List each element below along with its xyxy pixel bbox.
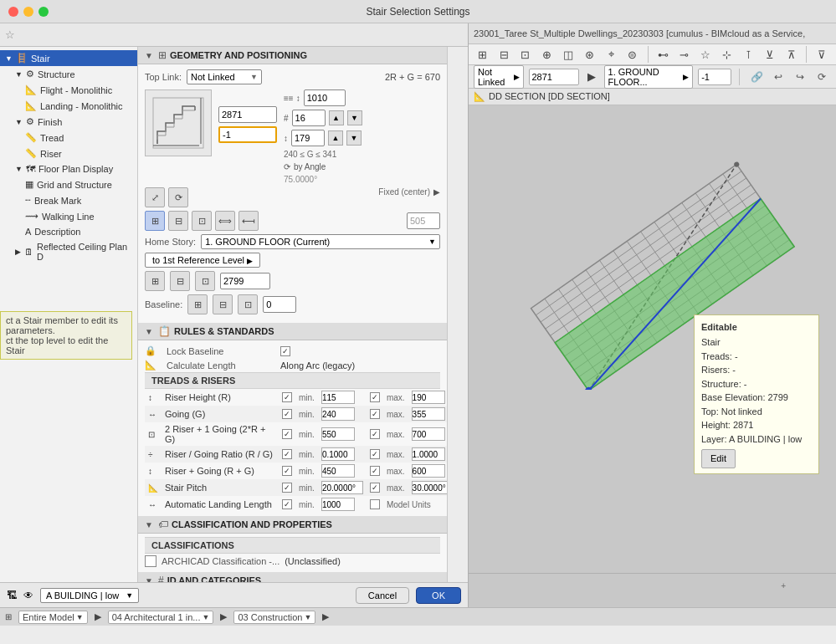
tree-item-grid[interactable]: ▦ Grid and Structure [0,176,137,192]
landing-max-cb[interactable] [370,499,380,509]
vp-tool-1[interactable]: ⊞ [474,45,492,64]
maximize-button[interactable] [38,7,49,17]
going-max-input[interactable] [412,407,445,421]
tree-item-tread[interactable]: 📏 Tread [0,130,137,146]
edit-button[interactable]: Edit [701,449,736,468]
rg-min-input[interactable] [321,464,355,478]
viewport-canvas[interactable]: Editable Stair Treads: - Risers: - Struc… [469,105,836,607]
ref-level-button[interactable]: to 1st Reference Level ▶ [145,253,260,268]
tree-item-reflected[interactable]: ▶ 🗓 Reflected Ceiling Plan D [0,239,137,264]
vp-tool-12[interactable]: ⊹ [718,45,736,64]
geometry-collapse-icon[interactable]: ▼ [143,49,155,61]
ref-icon-2[interactable]: ⊟ [170,271,190,291]
riser-up-btn[interactable]: ▲ [329,110,344,125]
tree-item-break-mark[interactable]: ╌ Break Mark [0,192,137,208]
rg-max-input[interactable] [412,464,445,478]
riser-h-max-cb[interactable] [370,392,380,402]
tree-item-riser[interactable]: 📏 Riser [0,146,137,161]
rt-icon-2[interactable]: ↩ [769,68,787,86]
construction-dropdown[interactable]: 03 Construction ▼ [233,611,315,624]
minimize-button[interactable] [23,7,33,17]
rt-icon-3[interactable]: ↪ [791,68,809,86]
pitch-min-input[interactable] [321,481,363,494]
close-button[interactable] [8,7,18,17]
vp-tool-10[interactable]: ⊸ [675,45,694,64]
going-max-cb[interactable] [370,409,380,419]
tree-item-landing[interactable]: 📐 Landing - Monolithic [0,98,137,114]
home-story-select[interactable]: 1. GROUND FLOOR (Current) ▼ [201,234,440,249]
ref-icon-1[interactable]: ⊞ [145,271,165,291]
riser-h-up-btn[interactable]: ▲ [328,130,343,146]
vp-tool-5[interactable]: ◫ [559,45,577,64]
ok-button[interactable]: OK [416,587,461,604]
rules-section-header[interactable]: ▼ 📋 RULES & STANDARDS [138,323,447,340]
tree-item-finish[interactable]: ▼ ⚙ Finish [0,114,137,130]
geometry-section-header[interactable]: ▼ ⊞ GEOMETRY AND POSITIONING [138,47,447,64]
riser-num-input[interactable]: 16 [292,110,326,126]
baseline-icon-1[interactable]: ⊞ [187,294,208,314]
not-linked-dropdown[interactable]: Not Linked ▶ [474,65,524,89]
vp-tool-9[interactable]: ⊷ [654,45,672,64]
vp-tool-7[interactable]: ⌖ [602,45,620,64]
vp-tool-11[interactable]: ☆ [697,45,715,64]
pitch-min-cb[interactable] [282,483,292,493]
view-icon-4[interactable]: ⟺ [215,211,235,231]
tree-item-flight[interactable]: 📐 Flight - Monolithic [0,82,137,98]
vp-tool-2[interactable]: ⊟ [495,45,514,64]
riser-h-min-cb[interactable] [282,392,292,402]
minus1-input[interactable]: -1 [218,126,277,143]
pitch-max-input[interactable] [412,481,448,494]
window-controls[interactable] [8,7,49,17]
riser-height-input[interactable]: 179 [291,130,325,146]
baseline-input[interactable]: 0 [263,296,296,313]
height-input[interactable]: 2871 [218,106,277,123]
toolbar-value2-input[interactable]: -1 [698,69,731,85]
riser-h-min-input[interactable] [321,391,355,404]
rules-collapse-icon[interactable]: ▼ [143,325,155,337]
going-min-cb[interactable] [282,409,292,419]
baseline-icon-2[interactable]: ⊟ [213,294,233,314]
2r1g-max-cb[interactable] [370,429,380,439]
rg-min-cb[interactable] [282,466,292,476]
classification-section-header[interactable]: ▼ 🏷 CLASSIFICATION AND PROPERTIES [138,516,447,534]
ratio-min-input[interactable] [321,447,355,461]
vp-tool-4[interactable]: ⊕ [538,45,556,64]
view-icon-1[interactable]: ⊞ [145,211,165,231]
vp-input-arrow[interactable]: ▶ [584,68,599,86]
id-collapse-icon[interactable]: ▼ [143,575,155,582]
vp-tool-16[interactable]: ⊽ [813,45,831,64]
tree-item-walking-line[interactable]: ⟿ Walking Line [0,208,137,224]
landing-min-input[interactable] [321,498,355,511]
arch-scale-dropdown[interactable]: 04 Architectural 1 in... ▼ [108,611,214,624]
entire-model-dropdown[interactable]: Entire Model ▼ [18,611,88,624]
ratio-max-input[interactable] [412,447,445,461]
vp-tool-13[interactable]: ⊺ [740,45,758,64]
tree-item-description[interactable]: A Description [0,224,137,239]
vp-tool-6[interactable]: ⊛ [581,45,599,64]
classif-collapse-icon[interactable]: ▼ [143,519,155,530]
width-input[interactable]: 505 [407,212,440,229]
vp-tool-14[interactable]: ⊻ [761,45,779,64]
id-section-header[interactable]: ▼ # ID AND CATEGORIES [138,572,447,582]
building-select[interactable]: A BUILDING | low ▼ [40,588,139,603]
ratio-min-cb[interactable] [282,449,292,459]
rt-icon-4[interactable]: ⟳ [813,68,831,86]
toolbar-value-input[interactable]: 2871 [529,69,579,85]
riser-down-btn[interactable]: ▼ [347,110,362,125]
tree-item-stair[interactable]: ▼ 🪜 Stair [0,50,137,66]
ratio-max-cb[interactable] [370,449,380,459]
going-min-input[interactable] [321,407,355,421]
riser-h-max-input[interactable] [412,391,445,404]
pos-icon-1[interactable]: ⤢ [145,187,165,207]
view-icon-2[interactable]: ⊟ [168,211,188,231]
landing-min-cb[interactable] [282,499,292,509]
2r1g-min-input[interactable] [321,427,355,441]
top-link-select[interactable]: Not Linked ▼ [187,69,262,84]
rg-max-cb[interactable] [370,466,380,476]
archicad-class-checkbox[interactable] [145,555,156,567]
vp-tool-3[interactable]: ⊡ [516,45,535,64]
ref-value-input[interactable]: 2799 [220,273,270,289]
total-height-input[interactable]: 1010 [304,89,346,106]
rt-icon-1[interactable]: 🔗 [747,68,766,86]
tree-item-structure[interactable]: ▼ ⚙ Structure [0,66,137,82]
